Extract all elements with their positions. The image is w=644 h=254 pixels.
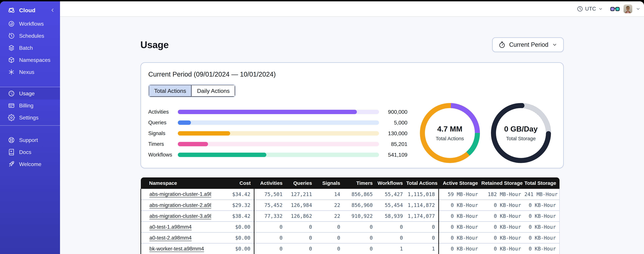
column-header-signals: Signals [316, 178, 344, 189]
table-row: abs-migration-cluster-1.a98mm4$34.4275,5… [141, 189, 560, 200]
cell-timers: 856,960 [344, 200, 376, 210]
cell-queries: 0 [286, 243, 316, 254]
sidebar-item-label: Nexus [19, 69, 34, 75]
sidebar-item-usage[interactable]: Usage [0, 88, 60, 100]
topbar: UTC [60, 1, 644, 17]
sidebar-item-nexus[interactable]: Nexus [0, 66, 60, 78]
cell-total-storage: 0 KB-Hour [524, 243, 560, 254]
user-avatar[interactable] [624, 4, 632, 13]
cell-active-storage: 0 KB-Hour [439, 200, 482, 210]
chevron-down-icon [598, 6, 603, 12]
sidebar-item-schedules[interactable]: Schedules [0, 30, 60, 42]
table-row: a0-test-2.a98mm4$0.000000000 KB-Hour0 KB… [141, 232, 560, 243]
sidebar-item-label: Billing [19, 102, 33, 109]
cell-signals: 22 [316, 210, 344, 222]
table-row: abs-migration-cluster-2.a98mm4$29.3275,4… [141, 200, 560, 210]
cell-workflows: 0 [376, 222, 406, 232]
namespace-link[interactable]: abs-migration-cluster-3.a98mm4 [150, 213, 211, 219]
bar-fill [178, 110, 357, 114]
sidebar-item-support[interactable]: Support [0, 134, 60, 146]
bar-row-timers: Timers85,201 [148, 139, 408, 150]
cell-namespace: a0-test-1.a98mm4 [141, 222, 211, 232]
cell-timers: 0 [344, 232, 376, 243]
donut-caption: Total Actions [436, 136, 464, 142]
column-header-activities: Activities [254, 178, 286, 189]
sidebar-item-welcome[interactable]: Welcome [0, 158, 60, 170]
bar-row-signals: Signals130,000 [148, 128, 408, 139]
cell-total-actions: 0 [406, 222, 439, 232]
sidebar-nav-primary: WorkflowsSchedulesBatchNamespacesNexus [0, 18, 60, 78]
tab-daily-actions[interactable]: Daily Actions [192, 85, 235, 97]
cell-active-storage: 0 KB-Hour [439, 232, 482, 243]
cell-active-storage: 0 KB-Hour [439, 243, 482, 254]
donut-center-text: 0 GB/DayTotal Storage [491, 103, 551, 163]
cell-signals: 22 [316, 200, 344, 210]
cell-activities: 0 [254, 232, 286, 243]
sidebar-item-namespaces[interactable]: Namespaces [0, 54, 60, 66]
account-menu-chevron-down-icon[interactable] [636, 6, 641, 12]
glasses-icon[interactable] [610, 6, 620, 12]
sidebar-item-label: Docs [19, 149, 31, 155]
cell-signals: 0 [316, 243, 344, 254]
actions-bar-chart: Activities900,000Queries5,000Signals130,… [148, 106, 408, 160]
bar-value: 5,000 [379, 120, 408, 126]
table-header-row: NamespaceCostActivitiesQueriesSignalsTim… [141, 178, 560, 189]
sidebar-item-settings[interactable]: Settings [0, 112, 60, 124]
cell-total-storage: 0 KB-Hour [524, 210, 560, 222]
column-header-total-storage: Total Storage [524, 178, 560, 189]
actions-tabs: Total ActionsDaily Actions [148, 84, 236, 97]
billing-icon [8, 102, 15, 109]
sidebar-collapse-button[interactable] [50, 7, 56, 13]
cell-activities: 0 [254, 222, 286, 232]
cell-timers: 0 [344, 243, 376, 254]
bar-row-workflows: Workflows541,109 [148, 150, 408, 160]
cell-timers: 856,865 [344, 189, 376, 200]
namespace-link[interactable]: a0-test-1.a98mm4 [150, 224, 192, 230]
bar-value: 85,201 [379, 141, 408, 147]
sidebar-item-docs[interactable]: Docs [0, 146, 60, 158]
bar-label: Timers [148, 141, 178, 147]
bar-fill [178, 142, 208, 146]
tab-total-actions[interactable]: Total Actions [149, 85, 192, 97]
sidebar-item-label: Support [19, 137, 38, 143]
sidebar-item-batch[interactable]: Batch [0, 42, 60, 54]
sidebar-item-workflows[interactable]: Workflows [0, 18, 60, 30]
bar-value: 541,109 [379, 152, 408, 158]
column-header-queries: Queries [286, 178, 316, 189]
cell-cost: $0.00 [211, 232, 254, 243]
namespace-link[interactable]: a0-test-2.a98mm4 [150, 235, 192, 241]
column-header-retained-storage: Retained Storage [482, 178, 524, 189]
cell-activities: 75,501 [254, 189, 286, 200]
sidebar-item-label: Batch [19, 45, 33, 51]
namespace-link[interactable]: abs-migration-cluster-2.a98mm4 [150, 202, 211, 208]
namespaces-icon [8, 56, 15, 64]
card-title: Current Period (09/01/2024 — 10/01/2024) [148, 63, 556, 78]
sidebar-item-billing[interactable]: Billing [0, 100, 60, 112]
welcome-icon [8, 160, 15, 168]
period-selector-button[interactable]: Current Period [492, 37, 564, 52]
cell-total-storage: 0 KB-Hour [524, 232, 560, 243]
sidebar: Cloud WorkflowsSchedulesBatchNamespacesN… [0, 1, 60, 254]
chevron-down-icon [552, 42, 558, 48]
column-header-cost: Cost [211, 178, 254, 189]
cell-total-actions: 1,114,872 [406, 200, 439, 210]
table-row: abs-migration-cluster-3.a98mm4$38.4277,3… [141, 210, 560, 222]
namespace-link[interactable]: bk-worker-test.a98mm4 [150, 246, 204, 252]
sidebar-item-label: Namespaces [19, 57, 50, 63]
bar-label: Workflows [148, 152, 178, 158]
nexus-icon [8, 68, 15, 76]
namespace-link[interactable]: abs-migration-cluster-1.a98mm4 [150, 191, 211, 197]
table-row: bk-worker-test.a98mm4$0.000000110 KB-Hou… [141, 243, 560, 254]
cell-retained-storage: 0 KB-Hour [482, 200, 524, 210]
bar-value: 900,000 [379, 109, 408, 115]
cell-total-storage: 0 KB-Hour [524, 200, 560, 210]
cell-workflows: 58,939 [376, 210, 406, 222]
stopwatch-icon [498, 41, 506, 48]
cell-workflows: 55,454 [376, 200, 406, 210]
donut-total-actions: 4.7 MMTotal Actions [420, 103, 480, 163]
sidebar-item-label: Welcome [19, 161, 42, 168]
timezone-selector[interactable]: UTC [577, 6, 603, 12]
sidebar-item-label: Schedules [19, 33, 44, 39]
content-area: Usage Current Period Current Period (09/… [60, 17, 644, 254]
cell-workflows: 0 [376, 232, 406, 243]
